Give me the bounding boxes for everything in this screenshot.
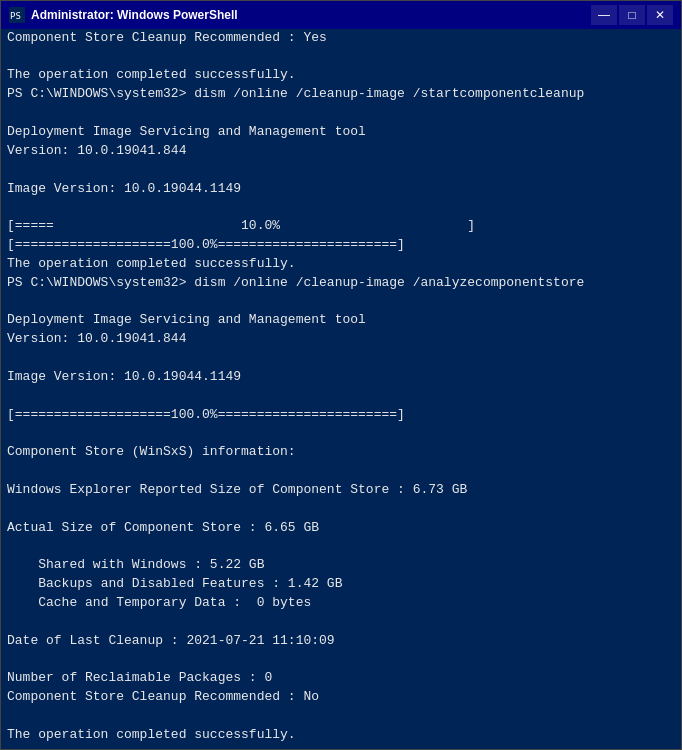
svg-text:PS: PS [10,11,21,21]
terminal-output[interactable]: Windows PowerShellCopyright (C) Microsof… [1,29,681,749]
minimize-button[interactable]: — [591,5,617,25]
window-controls: — □ ✕ [591,5,673,25]
terminal-line [7,500,675,519]
terminal-line: PS C:\WINDOWS\system32> dism /online /cl… [7,85,675,104]
terminal-line: [===== 10.0% ] [7,217,675,236]
terminal-line: Date of Last Cleanup : 2021-07-21 11:10:… [7,632,675,651]
title-bar: PS Administrator: Windows PowerShell — □… [1,1,681,29]
terminal-line: Number of Reclaimable Packages : 0 [7,669,675,688]
terminal-line: Deployment Image Servicing and Managemen… [7,311,675,330]
terminal-line: Shared with Windows : 5.22 GB [7,556,675,575]
powershell-window: PS Administrator: Windows PowerShell — □… [0,0,682,750]
terminal-line [7,198,675,217]
terminal-line [7,707,675,726]
terminal-line: Component Store (WinSxS) information: [7,443,675,462]
terminal-line: Image Version: 10.0.19044.1149 [7,180,675,199]
terminal-line [7,161,675,180]
terminal-line: Component Store Cleanup Recommended : No [7,688,675,707]
terminal-line: [====================100.0%=============… [7,406,675,425]
maximize-button[interactable]: □ [619,5,645,25]
window-title: Administrator: Windows PowerShell [31,8,591,22]
terminal-line: Actual Size of Component Store : 6.65 GB [7,519,675,538]
terminal-line: Backups and Disabled Features : 1.42 GB [7,575,675,594]
terminal-line: PS C:\WINDOWS\system32> dism /online /cl… [7,274,675,293]
terminal-line [7,104,675,123]
terminal-line [7,462,675,481]
powershell-icon: PS [9,7,25,23]
terminal-line [7,425,675,444]
close-button[interactable]: ✕ [647,5,673,25]
terminal-line [7,387,675,406]
terminal-line [7,349,675,368]
terminal-line [7,651,675,670]
terminal-line: Version: 10.0.19041.844 [7,330,675,349]
terminal-line: [====================100.0%=============… [7,236,675,255]
terminal-line [7,293,675,312]
terminal-line: The operation completed successfully. [7,66,675,85]
terminal-line [7,538,675,557]
terminal-line: Version: 10.0.19041.844 [7,142,675,161]
terminal-line: Windows Explorer Reported Size of Compon… [7,481,675,500]
terminal-line [7,48,675,67]
terminal-line: Deployment Image Servicing and Managemen… [7,123,675,142]
terminal-line: The operation completed successfully. [7,726,675,745]
terminal-line: Image Version: 10.0.19044.1149 [7,368,675,387]
terminal-line: Cache and Temporary Data : 0 bytes [7,594,675,613]
terminal-line: Component Store Cleanup Recommended : Ye… [7,29,675,48]
terminal-line: The operation completed successfully. [7,255,675,274]
terminal-line [7,613,675,632]
